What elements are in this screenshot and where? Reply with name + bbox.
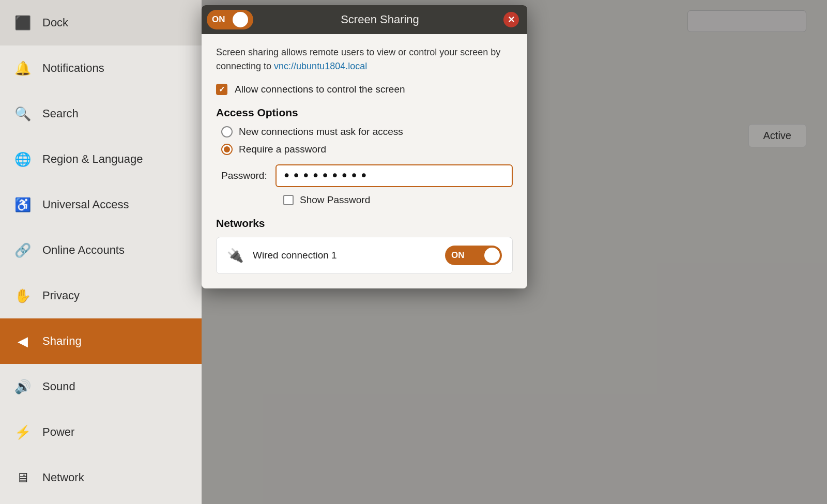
- sidebar-item-label-privacy: Privacy: [42, 289, 80, 302]
- radio-require-password[interactable]: Require a password: [221, 144, 513, 155]
- network-toggle[interactable]: ON: [445, 246, 502, 265]
- modal-title: Screen Sharing: [256, 13, 503, 26]
- screen-sharing-dialog: ON Screen Sharing ✕ Screen sharing allow…: [202, 5, 527, 288]
- sidebar-item-sharing[interactable]: ◀ Sharing: [0, 318, 202, 364]
- allow-control-label: Allow connections to control the screen: [235, 84, 405, 95]
- sidebar-item-online-accounts[interactable]: 🔗 Online Accounts: [0, 227, 202, 273]
- notifications-icon: 🔔: [14, 60, 31, 77]
- network-item-wired: 🔌 Wired connection 1 ON: [216, 237, 513, 274]
- region-icon: 🌐: [14, 151, 31, 167]
- sidebar-item-universal-access[interactable]: ♿ Universal Access: [0, 182, 202, 227]
- network-icon: 🖥: [14, 470, 31, 486]
- network-name: Wired connection 1: [253, 250, 436, 261]
- sidebar-item-label-sharing: Sharing: [42, 334, 82, 348]
- sidebar-item-privacy[interactable]: ✋ Privacy: [0, 273, 202, 318]
- universal-access-icon: ♿: [14, 197, 31, 213]
- vnc-link[interactable]: vnc://ubuntu1804.local: [274, 61, 367, 71]
- radio-group: New connections must ask for access Requ…: [216, 126, 513, 155]
- sidebar-item-search[interactable]: 🔍 Search: [0, 91, 202, 136]
- toggle-on-label: ON: [207, 14, 231, 25]
- network-toggle-label: ON: [445, 250, 471, 261]
- radio-ask-access[interactable]: New connections must ask for access: [221, 126, 513, 138]
- sidebar-item-network[interactable]: 🖥 Network: [0, 455, 202, 500]
- modal-close-button[interactable]: ✕: [503, 12, 519, 27]
- toggle-thumb: [233, 12, 248, 27]
- network-toggle-thumb: [484, 248, 500, 263]
- sidebar-item-label-sound: Sound: [42, 380, 75, 393]
- radio-ask-circle: [221, 126, 233, 138]
- radio-password-label: Require a password: [239, 144, 326, 155]
- sidebar-item-label-network: Network: [42, 471, 84, 484]
- access-options-title: Access Options: [216, 106, 513, 119]
- sound-icon: 🔊: [14, 379, 31, 395]
- sidebar: ⬛ Dock 🔔 Notifications 🔍 Search 🌐 Region…: [0, 0, 202, 504]
- allow-control-checkbox[interactable]: [216, 84, 227, 95]
- wired-network-icon: 🔌: [227, 248, 243, 264]
- sidebar-item-label-notifications: Notifications: [42, 62, 104, 75]
- modal-body: Screen sharing allows remote users to vi…: [202, 34, 527, 288]
- sidebar-item-label-region: Region & Language: [42, 152, 143, 166]
- search-icon: 🔍: [14, 106, 31, 122]
- privacy-icon: ✋: [14, 288, 31, 304]
- password-label: Password:: [221, 170, 267, 181]
- sidebar-item-sound[interactable]: 🔊 Sound: [0, 364, 202, 409]
- sidebar-item-label-online-accounts: Online Accounts: [42, 243, 125, 257]
- sidebar-item-label-power: Power: [42, 425, 74, 439]
- toggle-on-pill[interactable]: ON: [207, 10, 253, 29]
- networks-title: Networks: [216, 217, 513, 230]
- sidebar-item-label-universal: Universal Access: [42, 198, 129, 211]
- radio-password-circle: [221, 144, 233, 155]
- allow-control-row[interactable]: Allow connections to control the screen: [216, 84, 513, 95]
- sidebar-item-label-dock: Dock: [42, 16, 68, 29]
- sidebar-item-label-search: Search: [42, 107, 79, 120]
- radio-ask-label: New connections must ask for access: [239, 126, 403, 138]
- modal-titlebar: ON Screen Sharing ✕: [202, 5, 527, 34]
- sidebar-item-dock[interactable]: ⬛ Dock: [0, 0, 202, 45]
- modal-description: Screen sharing allows remote users to vi…: [216, 45, 513, 73]
- password-input[interactable]: [275, 164, 513, 187]
- sidebar-item-region-language[interactable]: 🌐 Region & Language: [0, 136, 202, 182]
- show-password-checkbox[interactable]: [283, 195, 294, 205]
- modal-toggle[interactable]: ON: [207, 10, 253, 29]
- password-row: Password:: [216, 164, 513, 187]
- sidebar-item-power[interactable]: ⚡ Power: [0, 409, 202, 455]
- show-password-row[interactable]: Show Password: [216, 194, 513, 206]
- power-icon: ⚡: [14, 424, 31, 440]
- show-password-label: Show Password: [300, 194, 370, 206]
- online-accounts-icon: 🔗: [14, 242, 31, 258]
- sidebar-item-notifications[interactable]: 🔔 Notifications: [0, 45, 202, 91]
- sharing-icon: ◀: [14, 333, 31, 349]
- dock-icon: ⬛: [14, 15, 31, 31]
